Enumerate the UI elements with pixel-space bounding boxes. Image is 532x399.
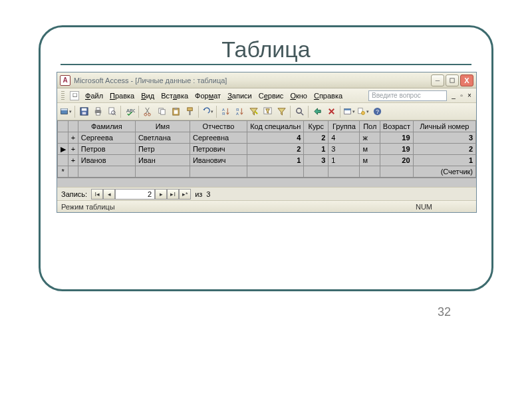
- cell[interactable]: 19: [380, 144, 413, 155]
- table-header-row: Фамилия Имя Отчество Код специальн Курс …: [58, 121, 476, 132]
- filter-selection-icon[interactable]: [247, 105, 260, 118]
- cell[interactable]: 4: [329, 132, 360, 144]
- help-search-input[interactable]: Введите вопрос: [368, 90, 447, 101]
- cell[interactable]: 1: [304, 144, 329, 155]
- new-object-icon[interactable]: [356, 105, 370, 118]
- menu-view[interactable]: Вид: [138, 88, 158, 102]
- select-all-cell[interactable]: [58, 121, 68, 132]
- mdi-close-icon[interactable]: ×: [466, 92, 473, 99]
- menu-window[interactable]: Окно: [287, 88, 311, 102]
- cell[interactable]: Петр: [135, 144, 190, 155]
- cell[interactable]: Светлана: [135, 132, 190, 144]
- sort-asc-icon[interactable]: АЯ: [219, 105, 232, 118]
- grid-empty-area: [57, 178, 476, 187]
- sort-desc-icon[interactable]: ЯА: [233, 105, 246, 118]
- expand-icon[interactable]: +: [68, 155, 78, 166]
- table-row-new[interactable]: * (Счетчик): [58, 166, 476, 178]
- cell[interactable]: м: [360, 155, 380, 166]
- record-number-input[interactable]: 2: [115, 189, 155, 200]
- filter-form-icon[interactable]: [261, 105, 274, 118]
- cell[interactable]: Сергеевна: [190, 132, 247, 144]
- table-row[interactable]: ▶ + Петров Петр Петрович 2 1 3 м 19 2: [58, 144, 476, 155]
- data-grid[interactable]: Фамилия Имя Отчество Код специальн Курс …: [57, 120, 476, 178]
- col-header[interactable]: Отчество: [190, 121, 247, 132]
- col-header[interactable]: Имя: [135, 121, 190, 132]
- cell[interactable]: 2: [247, 144, 304, 155]
- minimize-button[interactable]: ─: [431, 74, 444, 86]
- cell[interactable]: 1: [329, 155, 360, 166]
- svg-text:А: А: [235, 112, 238, 116]
- nav-new-button[interactable]: ▸*: [179, 189, 191, 200]
- col-header[interactable]: Код специальн: [247, 121, 304, 132]
- menu-edit[interactable]: Правка: [106, 88, 138, 102]
- new-record-icon[interactable]: [311, 105, 324, 118]
- new-row-marker-icon[interactable]: *: [58, 166, 68, 178]
- cell[interactable]: Иван: [135, 155, 190, 166]
- cell[interactable]: м: [360, 144, 380, 155]
- nav-next-button[interactable]: ▸: [155, 189, 167, 200]
- cell[interactable]: Иванов: [78, 155, 135, 166]
- cell[interactable]: 20: [380, 155, 413, 166]
- save-icon[interactable]: [77, 105, 90, 118]
- mdi-restore-icon[interactable]: ▫: [458, 92, 466, 99]
- cut-icon[interactable]: [141, 105, 154, 118]
- print-preview-icon[interactable]: [105, 105, 118, 118]
- print-icon[interactable]: [91, 105, 104, 118]
- table-row[interactable]: + Сергеева Светлана Сергеевна 4 2 4 ж 19…: [58, 132, 476, 144]
- cell[interactable]: Иванович: [190, 155, 247, 166]
- row-selector[interactable]: ▶: [58, 144, 68, 155]
- system-menu-icon[interactable]: ☐: [70, 91, 79, 100]
- nav-prev-button[interactable]: ◂: [103, 189, 115, 200]
- col-header[interactable]: Личный номер: [413, 121, 475, 132]
- expand-icon[interactable]: +: [68, 144, 78, 155]
- cell[interactable]: 3: [329, 144, 360, 155]
- cell[interactable]: 4: [247, 132, 304, 144]
- menu-format[interactable]: Формат: [192, 88, 224, 102]
- undo-icon[interactable]: [201, 105, 214, 118]
- table-row[interactable]: + Иванов Иван Иванович 1 3 1 м 20 1: [58, 155, 476, 166]
- col-header[interactable]: Курс: [304, 121, 329, 132]
- spellcheck-icon[interactable]: ABC: [123, 105, 136, 118]
- close-button[interactable]: X: [460, 74, 473, 86]
- cell[interactable]: ж: [360, 132, 380, 144]
- cell[interactable]: 2: [413, 144, 475, 155]
- cell[interactable]: Петрович: [190, 144, 247, 155]
- cell[interactable]: 3: [413, 132, 475, 144]
- database-window-icon[interactable]: [342, 105, 356, 118]
- menu-records[interactable]: Записи: [224, 88, 255, 102]
- menu-help[interactable]: Справка: [311, 88, 346, 102]
- copy-icon[interactable]: [155, 105, 168, 118]
- cell[interactable]: 3: [304, 155, 329, 166]
- format-painter-icon[interactable]: [183, 105, 196, 118]
- help-icon[interactable]: ?: [370, 105, 384, 118]
- cell[interactable]: Петров: [78, 144, 135, 155]
- cell[interactable]: Сергеева: [78, 132, 135, 144]
- menu-insert[interactable]: Вставка: [158, 88, 192, 102]
- menu-file[interactable]: Файл: [82, 88, 106, 102]
- col-header[interactable]: Группа: [329, 121, 360, 132]
- title-underline: [61, 64, 471, 65]
- view-icon[interactable]: [59, 105, 72, 118]
- cell[interactable]: 1: [247, 155, 304, 166]
- col-header[interactable]: Пол: [360, 121, 380, 132]
- delete-record-icon[interactable]: [325, 105, 338, 118]
- apply-filter-icon[interactable]: [275, 105, 288, 118]
- mdi-minimize-icon[interactable]: _: [450, 92, 458, 99]
- drag-handle-icon[interactable]: [61, 91, 65, 100]
- find-icon[interactable]: [293, 105, 306, 118]
- menu-tools[interactable]: Сервис: [255, 88, 287, 102]
- cell[interactable]: 19: [380, 132, 413, 144]
- svg-rect-21: [189, 111, 190, 116]
- nav-last-button[interactable]: ▸I: [167, 189, 179, 200]
- col-header[interactable]: Возраст: [380, 121, 413, 132]
- nav-first-button[interactable]: I◂: [91, 189, 103, 200]
- col-header[interactable]: Фамилия: [78, 121, 135, 132]
- row-selector[interactable]: [58, 132, 68, 144]
- expand-icon[interactable]: +: [68, 132, 78, 144]
- app-icon: A: [60, 75, 70, 86]
- cell[interactable]: 2: [304, 132, 329, 144]
- cell[interactable]: 1: [413, 155, 475, 166]
- paste-icon[interactable]: [169, 105, 182, 118]
- maximize-button[interactable]: [446, 74, 459, 86]
- row-selector[interactable]: [58, 155, 68, 166]
